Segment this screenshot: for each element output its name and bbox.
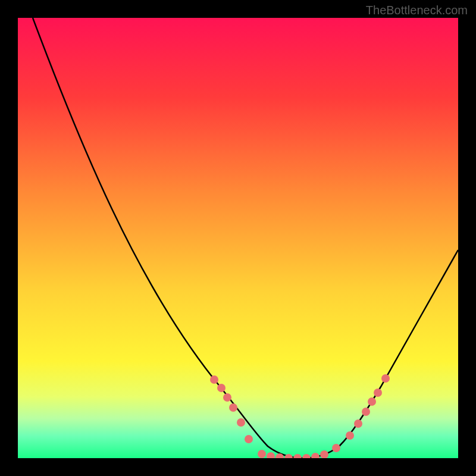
data-point <box>267 452 275 458</box>
data-point <box>245 435 253 443</box>
data-point <box>229 403 237 412</box>
data-point <box>320 450 328 458</box>
data-point <box>223 393 231 402</box>
data-point <box>210 375 218 384</box>
data-point <box>284 454 293 458</box>
data-point <box>374 389 382 397</box>
data-point <box>302 454 311 458</box>
bottleneck-curve <box>18 18 458 458</box>
data-point <box>293 454 302 458</box>
watermark-text: TheBottleneck.com <box>366 4 468 17</box>
data-point <box>354 419 362 428</box>
data-point <box>258 450 266 458</box>
data-point <box>346 431 354 440</box>
data-point <box>381 374 390 383</box>
chart-container <box>18 18 458 458</box>
data-point <box>311 453 320 458</box>
data-point <box>362 408 370 416</box>
data-point <box>217 384 226 392</box>
data-point <box>237 418 245 427</box>
data-point <box>368 397 376 406</box>
data-point <box>332 444 340 452</box>
